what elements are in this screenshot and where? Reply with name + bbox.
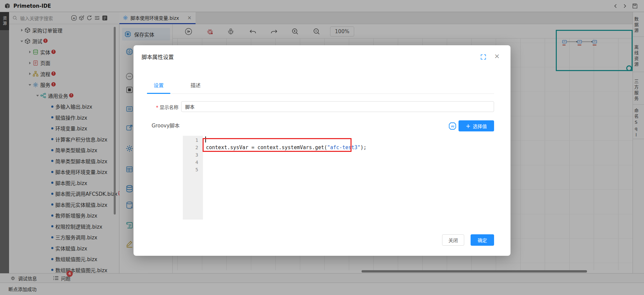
- select-value-button[interactable]: + 选择值: [459, 120, 494, 131]
- primeton-ide-window: Primeton-IDE 资源 输入关键字搜索 AI 采购订单管理测试!实体!页…: [0, 0, 644, 295]
- tab-description[interactable]: 描述: [184, 81, 207, 88]
- tab-divider: [147, 94, 494, 94]
- tab-settings[interactable]: 设置: [147, 81, 170, 88]
- ok-button[interactable]: 确定: [471, 234, 494, 246]
- groovy-code-editor[interactable]: 12345 context.sysVar = context.systemVar…: [183, 136, 494, 220]
- display-name-label: *显示名称: [133, 104, 178, 110]
- close-icon[interactable]: ×: [494, 52, 500, 60]
- groovy-script-label: Groovy脚本: [152, 122, 180, 129]
- red-highlight-box: [203, 138, 352, 152]
- modal-title: 脚本属性设置: [142, 53, 174, 61]
- required-mark: *: [156, 105, 158, 110]
- ai-assist-icon[interactable]: AI: [448, 122, 457, 130]
- line-number-gutter: 12345: [183, 136, 203, 220]
- line-number: 1: [183, 136, 198, 144]
- script-properties-modal: 脚本属性设置 × 设置 描述 *显示名称 Groovy脚本 AI + 选择值 1…: [133, 45, 511, 256]
- display-name-input[interactable]: [181, 101, 494, 112]
- close-button[interactable]: 关闭: [442, 234, 464, 246]
- active-tab-inkbar: [147, 93, 170, 94]
- line-number: 4: [183, 159, 198, 166]
- svg-text:AI: AI: [451, 124, 454, 128]
- line-number: 5: [183, 166, 198, 173]
- line-number: 3: [183, 151, 198, 159]
- line-number: 2: [183, 144, 198, 151]
- plus-icon: +: [466, 123, 470, 129]
- fullscreen-icon[interactable]: [480, 54, 486, 60]
